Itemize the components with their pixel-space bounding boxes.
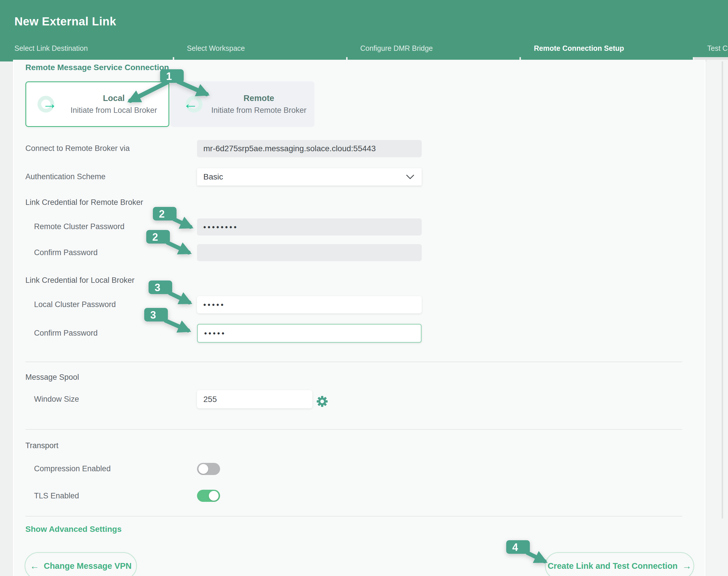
- auth-scheme-value: Basic: [203, 172, 223, 181]
- toggle-knob: [199, 464, 208, 474]
- card-remote-title: Remote: [211, 93, 306, 103]
- arrow-right-icon: →: [682, 561, 691, 571]
- divider: [25, 362, 682, 362]
- tab-remote-connection-setup[interactable]: Remote Connection Setup: [534, 44, 624, 53]
- transport-header: Transport: [25, 441, 59, 450]
- connect-broker-label: Connect to Remote Broker via: [25, 144, 130, 153]
- arrow-right-icon: →: [37, 95, 62, 113]
- compression-toggle[interactable]: [197, 463, 220, 475]
- page-gutter: [706, 60, 728, 576]
- gear-icon[interactable]: [316, 395, 329, 408]
- show-advanced-settings-link[interactable]: Show Advanced Settings: [25, 525, 121, 534]
- remote-confirm-input[interactable]: [197, 244, 422, 261]
- local-confirm-label: Confirm Password: [34, 329, 98, 338]
- page-title: New External Link: [14, 15, 116, 28]
- local-confirm-input[interactable]: •••••: [197, 324, 422, 343]
- create-link-test-connection-button[interactable]: Create Link and Test Connection →: [545, 552, 694, 576]
- remote-password-input[interactable]: ••••••••: [197, 219, 422, 235]
- chevron-down-icon: [406, 175, 414, 180]
- remote-confirm-label: Confirm Password: [34, 248, 98, 257]
- local-credential-header: Link Credential for Local Broker: [25, 276, 134, 285]
- compression-label: Compression Enabled: [34, 464, 111, 473]
- card-local-subtitle: Initiate from Local Broker: [70, 106, 157, 115]
- section-title: Remote Message Service Connection: [25, 63, 169, 72]
- card-local-broker[interactable]: → Local Initiate from Local Broker: [25, 81, 169, 127]
- wizard-content-panel: [13, 60, 705, 576]
- arrow-left-icon: ←: [178, 95, 203, 113]
- divider: [25, 429, 682, 430]
- message-spool-header: Message Spool: [25, 373, 79, 382]
- tab-test-connection[interactable]: Test Connection: [707, 44, 728, 53]
- tls-toggle[interactable]: [197, 490, 220, 502]
- tab-configure-dmr-bridge[interactable]: Configure DMR Bridge: [360, 44, 433, 53]
- card-local-title: Local: [70, 93, 157, 103]
- wizard-header: New External Link Select Link Destinatio…: [0, 0, 728, 57]
- divider: [25, 516, 682, 517]
- card-remote-subtitle: Initiate from Remote Broker: [211, 106, 306, 115]
- tls-label: TLS Enabled: [34, 491, 79, 500]
- arrow-left-icon: ←: [30, 561, 39, 571]
- change-message-vpn-button[interactable]: ← Change Message VPN: [25, 552, 137, 576]
- window-size-input[interactable]: 255: [197, 390, 312, 408]
- tab-select-workspace[interactable]: Select Workspace: [187, 44, 245, 53]
- remote-credential-header: Link Credential for Remote Broker: [25, 198, 143, 207]
- local-password-input[interactable]: •••••: [197, 296, 422, 313]
- auth-scheme-select[interactable]: Basic: [197, 168, 422, 185]
- window-size-label: Window Size: [34, 395, 79, 404]
- local-password-label: Local Cluster Password: [34, 300, 116, 309]
- scrollbar[interactable]: [722, 61, 723, 519]
- remote-password-label: Remote Cluster Password: [34, 222, 125, 231]
- tab-select-link-destination[interactable]: Select Link Destination: [14, 44, 88, 53]
- connect-broker-input: mr-6d275srp5ae.messaging.solace.cloud:55…: [197, 140, 422, 157]
- auth-scheme-label: Authentication Scheme: [25, 172, 105, 181]
- toggle-knob: [209, 491, 219, 501]
- card-remote-broker[interactable]: ← Remote Initiate from Remote Broker: [171, 81, 314, 127]
